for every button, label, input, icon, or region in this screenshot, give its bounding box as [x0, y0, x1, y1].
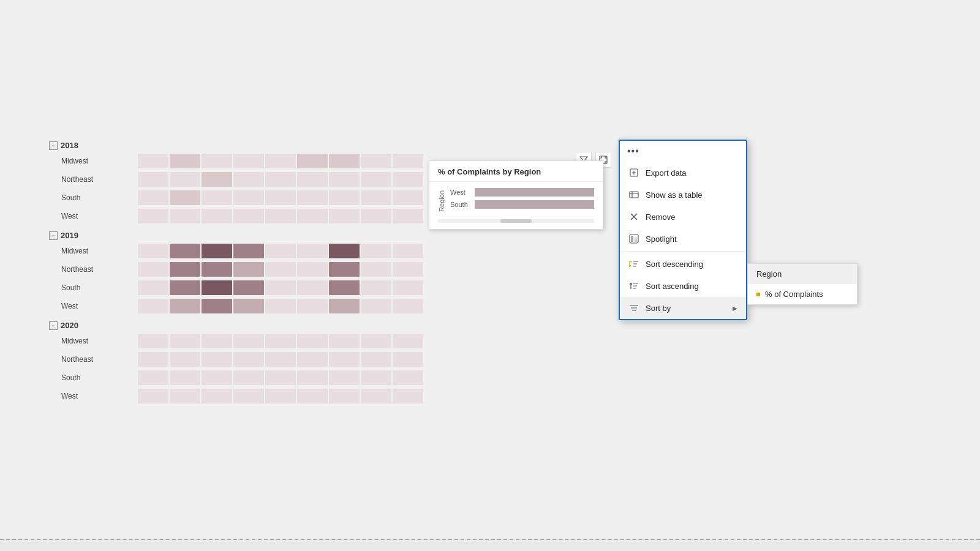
row-2018-northeast: Northeast [49, 171, 447, 188]
row-2020-west: West [49, 388, 447, 405]
cell [233, 154, 264, 168]
cell [361, 334, 391, 348]
export-data-icon [628, 167, 639, 178]
cell [265, 262, 296, 277]
heatmap-2019-northeast [138, 262, 447, 277]
heatmap-2019-midwest [138, 244, 447, 258]
cell [329, 370, 360, 385]
remove-label: Remove [646, 212, 675, 222]
menu-item-spotlight[interactable]: Spotlight [620, 228, 746, 250]
cell [233, 334, 264, 348]
cell [170, 244, 200, 258]
heatmap-2018-west [138, 209, 447, 223]
heatmap-2020-northeast [138, 352, 447, 367]
cell [202, 262, 232, 277]
cell [297, 262, 328, 277]
cell [202, 389, 232, 403]
cell [233, 389, 264, 403]
menu-divider-1 [620, 251, 746, 252]
cell [265, 370, 296, 385]
label-2018-west: West [49, 212, 138, 220]
cell [361, 370, 391, 385]
menu-item-sort-descending[interactable]: Sort descending [620, 253, 746, 275]
heatmap-2019-south [138, 280, 447, 295]
cell [297, 370, 328, 385]
menu-item-sort-by[interactable]: Sort by ▶ [620, 297, 746, 319]
cell [297, 244, 328, 258]
cell [361, 262, 391, 277]
cell [265, 154, 296, 168]
submenu-item-region[interactable]: Region [748, 264, 857, 284]
cell [297, 190, 328, 205]
year-label-2018: − 2018 [49, 141, 447, 150]
label-2019-south: South [49, 283, 138, 292]
cell [393, 262, 423, 277]
cell [329, 389, 360, 403]
cell [297, 389, 328, 403]
sort-by-label: Sort by [646, 304, 671, 313]
heatmap-2019-west [138, 299, 447, 313]
collapse-icon-2020[interactable]: − [49, 321, 58, 330]
cell [138, 190, 168, 205]
year-group-2019: − 2019 Midwest No [49, 231, 447, 315]
cell [233, 244, 264, 258]
cell [233, 299, 264, 313]
cell [170, 334, 200, 348]
heatmap-2018-midwest [138, 154, 447, 168]
cell [202, 209, 232, 223]
cell [265, 389, 296, 403]
cell [393, 352, 423, 367]
cell [393, 244, 423, 258]
cell [329, 172, 360, 187]
heatmap-2018-northeast [138, 172, 447, 187]
sort-ascending-label: Sort ascending [646, 282, 699, 291]
cell [202, 280, 232, 295]
menu-item-export-data[interactable]: Export data [620, 162, 746, 184]
cell [297, 154, 328, 168]
cell [361, 352, 391, 367]
cell [361, 154, 391, 168]
cell [138, 209, 168, 223]
cell [170, 299, 200, 313]
cell [233, 209, 264, 223]
cell [393, 154, 423, 168]
tooltip-scrollbar[interactable] [438, 219, 594, 223]
submenu-item-pct-complaints[interactable]: % of Complaints [748, 284, 857, 304]
row-2020-south: South [49, 369, 447, 386]
row-2018-south: South [49, 189, 447, 206]
row-2020-northeast: Northeast [49, 351, 447, 368]
cell [329, 262, 360, 277]
menu-item-remove[interactable]: Remove [620, 206, 746, 228]
tooltip-title: % of Complaints by Region [429, 161, 603, 182]
year-text-2020: 2020 [61, 321, 78, 330]
svg-rect-2 [630, 192, 638, 198]
cell [297, 209, 328, 223]
row-2020-midwest: Midwest [49, 332, 447, 350]
cell [361, 299, 391, 313]
cell [329, 280, 360, 295]
year-group-2018: − 2018 Midwest No [49, 141, 447, 225]
cell [393, 334, 423, 348]
cell [297, 280, 328, 295]
cell [297, 299, 328, 313]
sort-descending-icon [628, 258, 639, 269]
menu-item-sort-ascending[interactable]: Sort ascending [620, 275, 746, 297]
cell [297, 334, 328, 348]
cell [329, 209, 360, 223]
tooltip-content: Region West South [429, 182, 603, 229]
cell [202, 154, 232, 168]
label-2019-west: West [49, 302, 138, 310]
cell [361, 190, 391, 205]
cell [361, 389, 391, 403]
label-2019-midwest: Midwest [49, 247, 138, 255]
cell [297, 352, 328, 367]
collapse-icon-2018[interactable]: − [49, 141, 58, 150]
cell [393, 389, 423, 403]
cell [297, 172, 328, 187]
cell [170, 209, 200, 223]
export-data-label: Export data [646, 168, 687, 178]
menu-item-show-as-table[interactable]: Show as a table [620, 184, 746, 206]
context-menu-header: ••• [620, 141, 746, 162]
collapse-icon-2019[interactable]: − [49, 231, 58, 240]
cell [170, 352, 200, 367]
